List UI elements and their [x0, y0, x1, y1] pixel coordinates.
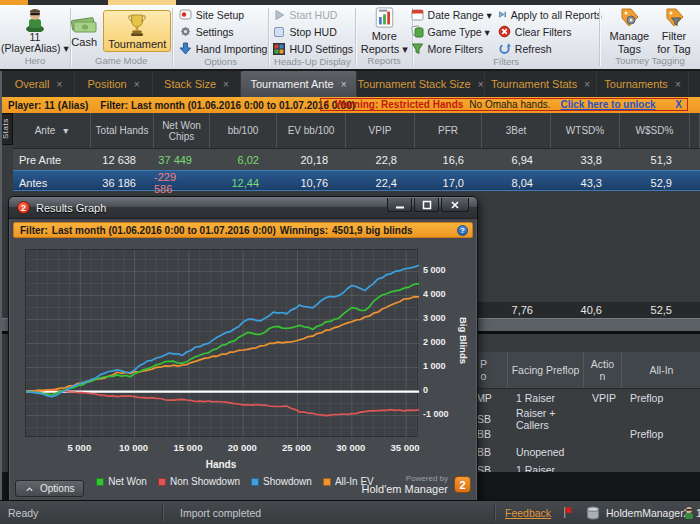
minimize-button[interactable] — [387, 198, 412, 212]
tournament-label: Tournament — [108, 38, 166, 50]
tournament-button[interactable]: Tournament — [103, 10, 171, 52]
site-setup-icon — [179, 8, 192, 21]
tab-close-icon[interactable]: × — [478, 79, 484, 90]
cell: Preflop — [622, 425, 700, 443]
tab-tournament-ante[interactable]: Tournament Ante× — [241, 71, 357, 97]
import-arrow-icon — [179, 42, 192, 55]
start-hud-label: Start HUD — [289, 9, 337, 21]
table-row[interactable]: MP1 RaiserVPIPPreflop — [460, 389, 700, 407]
stats-table-header: Ante▾Total HandsNet Won Chipsbb/100EV bb… — [13, 113, 700, 149]
cell — [622, 461, 700, 472]
tab-close-icon[interactable]: × — [223, 79, 229, 90]
player-avatar-icon[interactable] — [683, 506, 695, 520]
stats-table-rows: Pre Ante12 63837 4496,0220,1822,816,66,9… — [13, 149, 700, 191]
cell — [584, 461, 622, 472]
cell — [622, 443, 700, 461]
tab-label: Tournaments — [604, 78, 668, 90]
tab-close-icon[interactable]: × — [675, 79, 681, 90]
help-icon[interactable]: ? — [457, 225, 468, 236]
table-row[interactable]: SBRaiser + Callers — [460, 407, 700, 425]
column-header-ante[interactable]: Ante▾ — [13, 113, 91, 148]
cell: 36 186 — [91, 171, 154, 195]
date-range-button[interactable]: Date Range ▾ — [411, 7, 492, 22]
stop-hud-button[interactable]: Stop HUD — [273, 24, 336, 39]
hero-button[interactable]: 11 (PlayerAlias) ▾ — [0, 5, 70, 55]
ribbon-group-tagging: Manage Tags Filter for Tag Tourney Taggi… — [600, 5, 700, 69]
column-header-3bet[interactable]: 3Bet — [482, 113, 551, 148]
filter-for-tag-button[interactable]: Filter for Tag — [657, 7, 690, 55]
cell: 37 449 — [154, 149, 210, 170]
hm2-powered-logo-icon: 2 — [454, 476, 471, 493]
database-icon[interactable] — [586, 506, 600, 520]
column-header-vpip[interactable]: VPIP — [346, 113, 415, 148]
legend-swatch-non-showdown — [158, 478, 166, 486]
tab-stack-size[interactable]: Stack Size× — [153, 71, 241, 97]
column-header-wtsd[interactable]: WTSD% — [551, 113, 620, 148]
legend-label: Showdown — [263, 476, 312, 487]
tab-close-icon[interactable]: × — [341, 79, 347, 90]
results-chart — [26, 250, 419, 438]
table-row[interactable]: BBPreflop — [460, 425, 700, 443]
clear-filters-button[interactable]: Clear Filters — [498, 24, 602, 39]
application-window: 11 (PlayerAlias) ▾ Hero Cash — [0, 0, 700, 524]
group-label-reports: Reports — [356, 55, 412, 69]
unlock-link[interactable]: Click here to unlock — [561, 99, 656, 110]
import-status: Import completed — [180, 507, 261, 519]
filter-for-tag-line1: Filter — [662, 30, 686, 42]
flag-icon[interactable] — [562, 506, 575, 519]
table-row[interactable]: SB1 Raiser — [460, 461, 700, 472]
stop-square-icon — [273, 26, 285, 38]
feedback-link[interactable]: Feedback — [505, 507, 551, 519]
trophy-icon — [127, 13, 147, 37]
gear-icon — [179, 25, 192, 38]
table-row-pre-ante[interactable]: Pre Ante12 63837 4496,0220,1822,816,66,9… — [13, 149, 700, 170]
column-header-ev-bb-100[interactable]: EV bb/100 — [277, 113, 346, 148]
table-row[interactable]: BBUnopened — [460, 443, 700, 461]
manage-tags-button[interactable]: Manage Tags — [609, 7, 649, 55]
column-header-w-sd[interactable]: W$SD% — [620, 113, 690, 148]
warning-close-icon[interactable]: X — [675, 99, 682, 110]
x-tick-label: 25 000 — [273, 442, 321, 453]
start-hud-button[interactable]: Start HUD — [273, 7, 337, 22]
tab-close-icon[interactable]: × — [584, 79, 590, 90]
cash-icon — [71, 15, 97, 35]
hud-settings-button[interactable]: HUD Settings — [273, 41, 353, 56]
maximize-icon — [420, 198, 434, 212]
manage-tags-icon — [618, 7, 640, 29]
refresh-button[interactable]: Refresh — [498, 41, 602, 56]
column-header-bb-100[interactable]: bb/100 — [210, 113, 277, 148]
group-label-tagging: Tourney Tagging — [600, 55, 700, 69]
tab-tournaments[interactable]: Tournaments× — [597, 71, 689, 97]
tab-overall[interactable]: Overall× — [3, 71, 75, 97]
table-row-antes[interactable]: Antes36 186-229 58612,4410,7622,417,08,0… — [13, 170, 700, 191]
maximize-button[interactable] — [414, 198, 439, 212]
column-header-pfr[interactable]: PFR — [415, 113, 482, 148]
column-header-net-won-chips[interactable]: Net Won Chips — [154, 113, 210, 148]
x-tick-label: 5 000 — [55, 442, 103, 453]
tab-close-icon[interactable]: × — [57, 79, 63, 90]
tab-close-icon[interactable]: × — [134, 79, 140, 90]
y-tick-label: 4 000 — [423, 289, 463, 299]
game-type-button[interactable]: Game Type ▾ — [411, 24, 492, 39]
options-button[interactable]: Options — [15, 480, 84, 497]
hand-importing-button[interactable]: Hand Importing — [179, 41, 268, 56]
ribbon: 11 (PlayerAlias) ▾ Hero Cash — [0, 5, 700, 71]
tab-tournament-stats[interactable]: Tournament Stats× — [485, 71, 597, 97]
more-reports-button[interactable]: More Reports ▾ — [356, 5, 412, 55]
x-tick-label: 10 000 — [110, 442, 158, 453]
cell: 12,44 — [210, 171, 277, 195]
tab-tournament-stack-size[interactable]: Tournament Stack Size× — [357, 71, 485, 97]
column-header-total-hands[interactable]: Total Hands — [91, 113, 154, 148]
cash-button[interactable]: Cash — [71, 15, 97, 48]
status-ready: Ready — [8, 507, 38, 519]
apply-all-reports-button[interactable]: Apply to all Reports — [498, 7, 602, 22]
tab-position[interactable]: Position× — [75, 71, 153, 97]
winnings-value: 4501,9 big blinds — [332, 225, 413, 236]
column-header-spacer — [690, 113, 700, 148]
date-range-label: Date Range ▾ — [428, 9, 492, 21]
settings-button[interactable]: Settings — [179, 24, 234, 39]
close-button[interactable] — [441, 198, 469, 212]
site-setup-button[interactable]: Site Setup — [179, 7, 244, 22]
warning-bang-icon: ! — [326, 99, 329, 110]
more-filters-button[interactable]: More Filters — [411, 41, 492, 56]
